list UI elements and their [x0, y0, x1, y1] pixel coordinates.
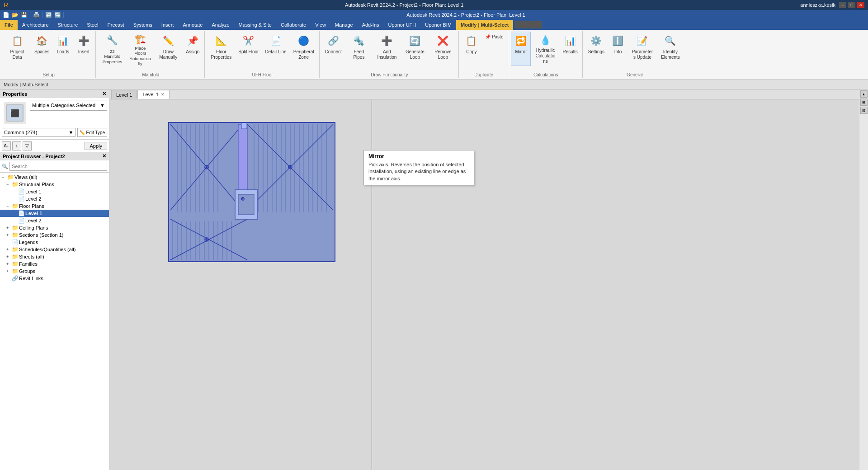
menu-addins[interactable]: Add-Ins: [358, 20, 384, 30]
tree-item-structural-level2[interactable]: 📄 Level 2: [0, 195, 109, 202]
browser-close-btn[interactable]: ✕: [102, 153, 106, 159]
feed-pipes-icon: 🔩: [352, 33, 366, 48]
ribbon-btn-results[interactable]: 📊 Results: [560, 32, 580, 66]
menu-analyze[interactable]: Analyze: [207, 20, 234, 30]
tab-close-btn[interactable]: ✕: [161, 92, 165, 97]
qat-open[interactable]: 📂: [11, 11, 19, 19]
ribbon-btn-mirror[interactable]: 🔁 Mirror: [511, 32, 531, 66]
ribbon-btn-assign[interactable]: 📌 Assign: [183, 32, 203, 66]
svg-text:⬛: ⬛: [10, 109, 19, 118]
ribbon-group-general: ⚙️ Settings ℹ️ Info 📝 Parameters Update …: [584, 31, 686, 78]
ribbon-btn-split-floor[interactable]: ✂️ Split Floor: [236, 32, 261, 66]
menu-file[interactable]: File: [0, 20, 18, 30]
ribbon-btn-identify[interactable]: 🔍 Identify Elements: [657, 32, 684, 66]
menu-structure[interactable]: Structure: [53, 20, 83, 30]
ribbon-btn-feed-pipes[interactable]: 🔩 Feed Pipes: [345, 32, 373, 66]
browser-filter-btn[interactable]: ▽: [23, 141, 32, 150]
menu-massing[interactable]: Massing & Site: [234, 20, 276, 30]
tree-item-structural-level1[interactable]: 📄 Level 1: [0, 188, 109, 195]
instance-dropdown-icon: ▼: [69, 130, 74, 135]
tree-item-floor-level1[interactable]: 📄 Level 1: [0, 210, 109, 217]
ribbon-btn-detail-line[interactable]: 📄 Detail Line: [262, 32, 289, 66]
close-button[interactable]: ✕: [857, 2, 864, 8]
edit-type-btn[interactable]: ✏️ Edit Type: [77, 128, 107, 137]
tree-item-ceiling-plans[interactable]: + 📁 Ceiling Plans: [0, 224, 109, 231]
ribbon-btn-place-floors[interactable]: 🏗️ Place Floors Automatically: [127, 32, 154, 66]
menu-annotate[interactable]: Annotate: [178, 20, 207, 30]
tooltip-body: Pick axis. Reverses the position of sele…: [368, 161, 469, 182]
canvas-tab-level1-first[interactable]: Level 1: [111, 90, 137, 99]
browser-sort-btn[interactable]: ↕: [12, 141, 21, 150]
browser-sort-alpha-btn[interactable]: A↓: [2, 141, 11, 150]
menu-uponor-ufh[interactable]: Uponor UFH: [384, 20, 421, 30]
properties-type-selector[interactable]: Multiple Categories Selected ▼: [30, 100, 107, 111]
menu-steel[interactable]: Steel: [82, 20, 103, 30]
tooltip-popup: Mirror Pick axis. Reverses the position …: [363, 150, 474, 185]
browser-tree: − 📁 Views (all) − 📁 Structural Plans 📄 L…: [0, 173, 109, 470]
ribbon-btn-copy[interactable]: 📋 Copy: [462, 32, 481, 66]
ribbon-btn-add-insulation[interactable]: ➕ Add Insulation: [373, 32, 401, 66]
project-data-icon: 📋: [10, 33, 24, 48]
minimize-button[interactable]: −: [839, 2, 846, 8]
tree-item-revit-links[interactable]: 🔗 Revit Links: [0, 275, 109, 282]
tree-item-views-all[interactable]: − 📁 Views (all): [0, 174, 109, 181]
canvas-viewport[interactable]: Mirror Pick axis. Reverses the position …: [109, 99, 859, 470]
tree-item-legends[interactable]: 📄 Legends: [0, 239, 109, 246]
ribbon-btn-params-update[interactable]: 📝 Parameters Update: [629, 32, 656, 66]
instance-label: Common (274): [4, 130, 69, 135]
ribbon-btn-generate-loop[interactable]: 🔄 Generate Loop: [401, 32, 429, 66]
ribbon-btn-paste[interactable]: 📌 Paste: [482, 32, 506, 42]
ribbon-btn-draw-manually[interactable]: ✏️ Draw Manually: [155, 32, 182, 66]
tooltip-title: Mirror: [368, 153, 469, 160]
ribbon-btn-connect[interactable]: 🔗 Connect: [322, 32, 344, 66]
menu-collaborate[interactable]: Collaborate: [276, 20, 311, 30]
qat-redo[interactable]: ↪️: [53, 11, 61, 19]
ribbon-btn-peripheral-zone[interactable]: 🔵 Peripheral Zone: [290, 32, 317, 66]
ribbon-btn-project-data[interactable]: 📋 Project Data: [4, 32, 31, 66]
prop-dropdown-icon: ▼: [100, 103, 105, 108]
tree-item-structural-plans[interactable]: − 📁 Structural Plans: [0, 181, 109, 188]
tree-item-families[interactable]: + 📁 Families: [0, 260, 109, 268]
properties-close-btn[interactable]: ✕: [102, 91, 106, 97]
ribbon-btn-settings[interactable]: ⚙️ Settings: [585, 32, 607, 66]
ribbon-btn-spaces[interactable]: 🏠 Spaces: [32, 32, 52, 66]
ribbon-btn-manifold-props[interactable]: 🔧 22 Manifold Properties: [99, 32, 126, 66]
tree-item-floor-plans[interactable]: − 📁 Floor Plans: [0, 202, 109, 210]
mirror-icon: 🔁: [514, 33, 528, 48]
qat-new[interactable]: 📄: [2, 11, 10, 19]
menu-modify[interactable]: Modify | Multi-Select: [456, 20, 513, 30]
menu-insert[interactable]: Insert: [157, 20, 179, 30]
ribbon-btn-insert[interactable]: ➕ Insert: [74, 32, 94, 66]
ribbon-btn-loads[interactable]: 📊 Loads: [53, 32, 73, 66]
tree-item-groups[interactable]: + 📁 Groups: [0, 268, 109, 275]
canvas-tab-level1-active[interactable]: Level 1 ✕: [137, 90, 169, 99]
right-panel-nav-up[interactable]: ▲: [860, 90, 868, 98]
tree-item-schedules[interactable]: + 📁 Schedules/Quantities (all): [0, 246, 109, 253]
ribbon-btn-hydraulic[interactable]: 💧 Hydraulic Calculations: [532, 32, 559, 66]
menu-systems[interactable]: Systems: [129, 20, 157, 30]
edit-type-label: Edit Type: [86, 130, 105, 135]
tree-item-sections[interactable]: + 📁 Sections (Section 1): [0, 231, 109, 239]
ribbon-btn-remove-loop[interactable]: ❌ Remove Loop: [429, 32, 457, 66]
menu-uponor-bim[interactable]: Uponor BIM: [420, 20, 456, 30]
restore-button[interactable]: □: [848, 2, 855, 8]
qat-save[interactable]: 💾: [20, 11, 28, 19]
ribbon-group-label-ufh: UFH Floor: [208, 71, 317, 77]
menu-view[interactable]: View: [311, 20, 330, 30]
ribbon-btn-floor-props[interactable]: 📐 Floor Properties: [208, 32, 235, 66]
qat-print[interactable]: 🖨️: [32, 11, 40, 19]
window-title: Autodesk Revit 2024.2 - Project2 - Floor…: [8, 2, 800, 8]
menu-manage[interactable]: Manage: [330, 20, 358, 30]
menu-architecture[interactable]: Architecture: [18, 20, 53, 30]
apply-button[interactable]: Apply: [85, 142, 107, 150]
menu-precast[interactable]: Precast: [103, 20, 128, 30]
properties-instance-dropdown[interactable]: Common (274) ▼: [2, 128, 75, 137]
ribbon-btn-info[interactable]: ℹ️ Info: [608, 32, 628, 66]
right-panel-zoom-full[interactable]: ⊞: [860, 99, 868, 106]
right-panel-zoom-fit[interactable]: ⊡: [860, 107, 868, 114]
remove-loop-icon: ❌: [436, 33, 450, 48]
qat-undo[interactable]: ↩️: [44, 11, 52, 19]
tree-item-sheets[interactable]: + 📁 Sheets (all): [0, 253, 109, 260]
tree-item-floor-level2[interactable]: 📄 Level 2: [0, 217, 109, 224]
browser-search-input[interactable]: [9, 162, 107, 171]
